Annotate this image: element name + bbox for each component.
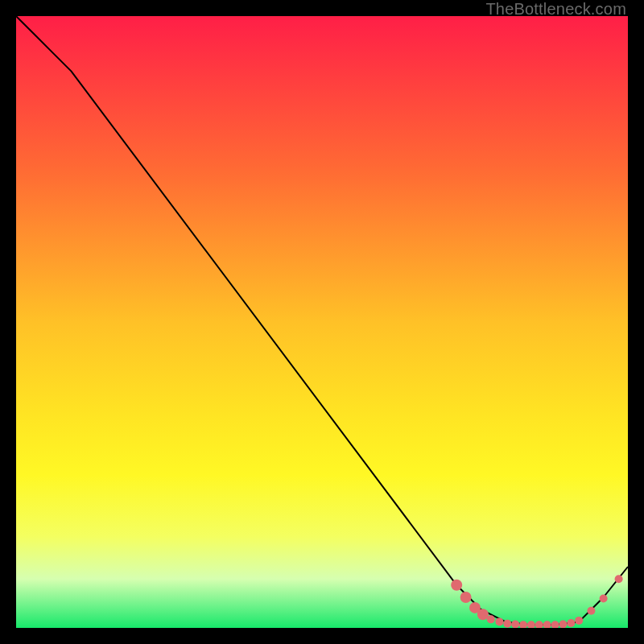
marker-dot <box>503 620 511 628</box>
marker-dot <box>600 595 608 603</box>
marker-dot <box>511 620 519 628</box>
marker-dot <box>587 607 595 615</box>
marker-dot <box>575 617 583 625</box>
marker-dot <box>451 580 462 591</box>
marker-dot <box>477 609 489 620</box>
marker-dot <box>567 619 575 627</box>
chart-stage: TheBottleneck.com <box>0 0 644 644</box>
chart-svg <box>16 16 628 628</box>
plot-background <box>16 16 628 628</box>
marker-dot <box>615 575 623 583</box>
marker-dot <box>460 592 472 603</box>
marker-dot <box>559 620 567 628</box>
marker-dot <box>495 617 503 625</box>
marker-dot <box>487 615 495 623</box>
